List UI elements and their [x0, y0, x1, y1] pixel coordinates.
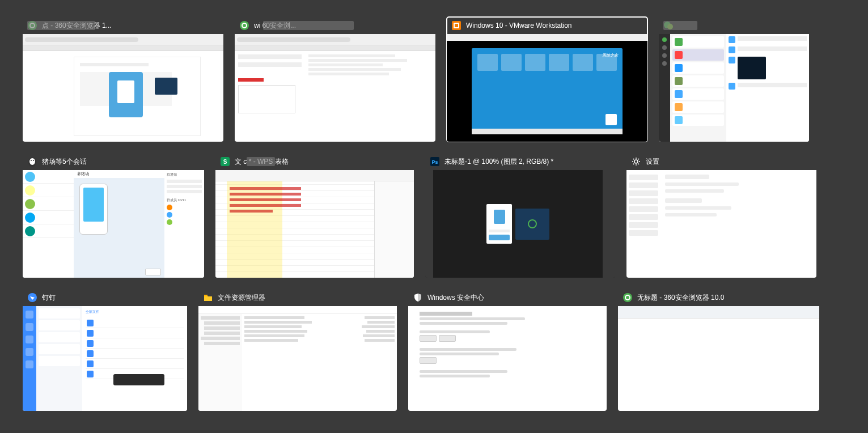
- blurred-title: [27, 21, 95, 30]
- window-title: 猪场等5个会话: [42, 157, 87, 167]
- blurred-title: [247, 157, 275, 166]
- window-wps[interactable]: S 文 c * - WPS 表格: [215, 153, 414, 278]
- window-thumbnail: [215, 170, 414, 278]
- window-vmware[interactable]: Windows 10 - VMware Workstation 系统之家: [447, 17, 647, 142]
- task-view-overlay: 点 - 360安全浏览器 1...: [0, 0, 868, 433]
- window-thumbnail: [23, 34, 223, 142]
- window-thumbnail: 养猪场 群通知 群成员 10/11: [23, 170, 204, 278]
- svg-point-12: [29, 158, 35, 165]
- window-title: 设置: [646, 157, 659, 167]
- shield-icon: [413, 292, 423, 303]
- svg-point-19: [634, 160, 638, 163]
- window-photoshop[interactable]: Ps 未标题-1 @ 100% (图层 2, RGB/8) *: [425, 153, 615, 278]
- members-label: 群成员 10/11: [167, 198, 202, 203]
- browser-360-icon: [239, 20, 249, 31]
- window-title: 无标题 - 360安全浏览器 10.0: [637, 293, 724, 303]
- window-360-blank[interactable]: 无标题 - 360安全浏览器 10.0: [618, 289, 819, 411]
- window-title: 文件资源管理器: [218, 293, 265, 303]
- context-popup: [113, 374, 164, 385]
- svg-text:S: S: [223, 159, 227, 165]
- svg-point-5: [243, 24, 246, 27]
- browser-360-icon: [623, 292, 633, 303]
- dingtalk-icon: [27, 292, 37, 303]
- folder-icon: [203, 292, 213, 303]
- window-thumbnail: [235, 34, 435, 142]
- window-security[interactable]: Windows 安全中心: [408, 289, 607, 411]
- svg-rect-21: [204, 295, 208, 296]
- window-360-browser-1[interactable]: 点 - 360安全浏览器 1...: [23, 17, 223, 142]
- window-title: 钉钉: [42, 293, 56, 303]
- window-title: Windows 安全中心: [427, 293, 484, 303]
- window-dingtalk[interactable]: 钉钉 全部文件: [23, 289, 187, 411]
- svg-rect-8: [455, 24, 458, 27]
- window-qq-chat[interactable]: 猪场等5个会话 养猪场: [23, 153, 204, 278]
- window-thumbnail: [659, 34, 809, 142]
- chat-title: 养猪场: [74, 170, 164, 178]
- window-thumbnail: [425, 170, 615, 278]
- blurred-title: [663, 21, 697, 30]
- window-thumbnail: 系统之家: [447, 34, 647, 142]
- qq-icon: [27, 156, 37, 167]
- svg-point-13: [31, 160, 32, 161]
- window-settings[interactable]: 设置: [626, 153, 816, 278]
- window-wechat[interactable]: [659, 17, 809, 142]
- photoshop-icon: Ps: [430, 156, 440, 167]
- window-360-browser-2[interactable]: wi 60安全浏...: [235, 17, 435, 142]
- window-title: Windows 10 - VMware Workstation: [466, 22, 572, 29]
- settings-icon: [631, 156, 641, 167]
- window-thumbnail: [626, 170, 816, 278]
- window-thumbnail: 全部文件: [23, 306, 187, 411]
- wps-icon: S: [220, 156, 230, 167]
- svg-point-24: [626, 296, 629, 299]
- window-thumbnail: [198, 306, 397, 411]
- window-file-explorer[interactable]: 文件资源管理器: [198, 289, 397, 411]
- vm-logo: 系统之家: [602, 53, 618, 58]
- svg-point-14: [33, 160, 34, 161]
- window-title: 未标题-1 @ 100% (图层 2, RGB/8) *: [444, 157, 553, 167]
- window-thumbnail: [408, 306, 607, 411]
- svg-text:Ps: Ps: [431, 159, 438, 165]
- blurred-title: [263, 21, 354, 30]
- window-thumbnail: [618, 306, 819, 411]
- vmware-icon: [451, 20, 461, 31]
